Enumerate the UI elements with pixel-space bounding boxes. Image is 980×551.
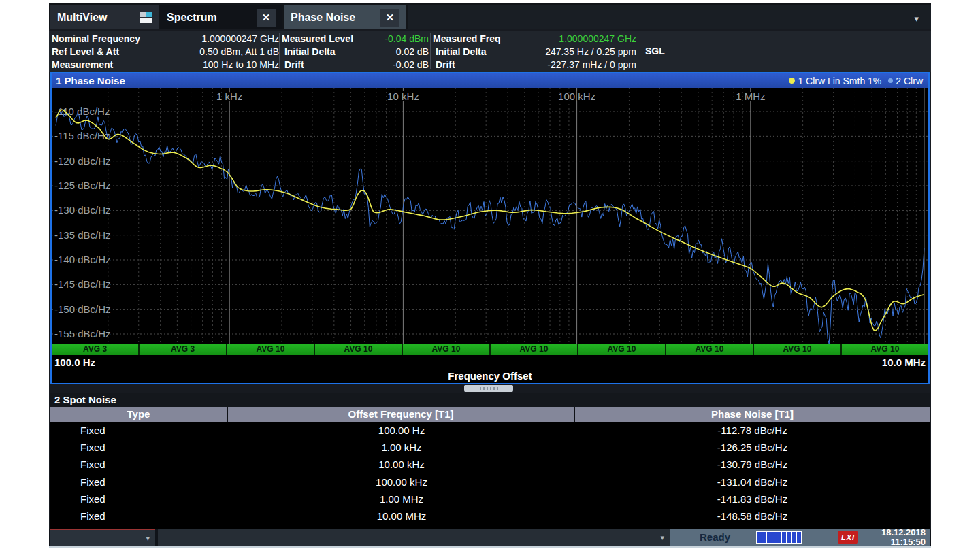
info-row: Drift-227.37 mHz / 0 ppm (433, 59, 636, 71)
info-column-level: Measured Level-0.04 dBm Initial Delta0.0… (282, 33, 429, 71)
avg-segment: AVG 10 (315, 344, 403, 355)
spot-noise-title[interactable]: 2 Spot Noise (50, 393, 930, 407)
progress-segment (787, 532, 791, 543)
progress-segment (782, 532, 786, 543)
average-count-bar: AVG 3AVG 3AVG 10AVG 10AVG 10AVG 10AVG 10… (52, 344, 928, 355)
spot-type-cell: Fixed (50, 490, 228, 507)
multiview-grid-icon (140, 12, 152, 23)
x-axis-start-label: 100.0 Hz (54, 356, 95, 368)
tab-multiview[interactable]: MultiView (50, 5, 159, 29)
info-label: Nominal Frequency (52, 33, 140, 46)
status-right-section: Ready LXI 18.12.2018 11:15:50 (670, 529, 930, 546)
info-row: Measurement100 Hz to 10 MHz (52, 59, 279, 71)
sweep-progress-bar (756, 531, 802, 544)
info-value: 0.50 dBm, Att 1 dB (199, 46, 279, 59)
phase-noise-chart-window: 1 Phase Noise 1 Clrw Lin Smth 1% 2 Clrw … (50, 72, 930, 384)
table-row[interactable]: Fixed100.00 Hz-112.78 dBc/Hz (50, 422, 930, 439)
info-row: Measured Level-0.04 dBm (282, 33, 429, 46)
trace-legend: 1 Clrw Lin Smth 1% 2 Clrw (789, 76, 928, 86)
lxi-indicator-icon: LXI (838, 531, 858, 544)
spot-type-cell: Fixed (50, 439, 228, 456)
table-row[interactable]: Fixed100.00 kHz-131.04 dBc/Hz (50, 473, 930, 490)
progress-segment (792, 532, 796, 543)
y-tick-label: -125 dBc/Hz (54, 180, 111, 191)
phase-noise-plot-svg: -110 dBc/Hz-115 dBc/Hz-120 dBc/Hz-125 dB… (52, 88, 928, 344)
spot-type-cell: Fixed (50, 507, 228, 524)
chart-title: 1 Phase Noise (52, 75, 125, 86)
info-separator (279, 33, 280, 69)
y-tick-label: -130 dBc/Hz (54, 204, 111, 216)
info-column-nominal: Nominal Frequency1.000000247 GHzRef Leve… (52, 33, 279, 71)
trace2-dot-icon (888, 78, 893, 83)
info-value: 1.000000247 GHz (559, 33, 636, 46)
table-row[interactable]: Fixed10.00 MHz-148.58 dBc/Hz (50, 507, 930, 524)
phase-noise-plot-area[interactable]: -110 dBc/Hz-115 dBc/Hz-120 dBc/Hz-125 dB… (52, 88, 928, 344)
info-label: Measurement (52, 59, 113, 71)
spot-type-cell: Fixed (50, 473, 228, 490)
spot-phase-noise-cell: -148.58 dBc/Hz (575, 507, 930, 524)
tab-overflow-chevron-icon[interactable]: ▾ (914, 14, 919, 24)
progress-segment (772, 532, 777, 543)
close-spectrum-tab-icon[interactable]: ✕ (257, 9, 276, 27)
x-decade-label: 1 MHz (736, 90, 765, 102)
avg-segment: AVG 10 (754, 344, 842, 355)
info-row: Nominal Frequency1.000000247 GHz (52, 33, 279, 46)
info-label: Initial Delta (282, 46, 336, 59)
legend-trace1-label: 1 Clrw Lin Smth 1% (798, 76, 881, 86)
single-sweep-badge: SGL (645, 46, 665, 56)
tab-phase-noise-label: Phase Noise (291, 12, 372, 24)
spot-noise-body: Fixed100.00 Hz-112.78 dBc/HzFixed1.00 kH… (50, 422, 930, 524)
status-message-field[interactable]: ▾ (158, 529, 670, 546)
info-separator (430, 33, 431, 69)
table-row[interactable]: Fixed1.00 kHz-126.25 dBc/Hz (50, 439, 930, 456)
info-value: 0.02 dB (396, 46, 429, 59)
window-splitter-handle[interactable] (464, 385, 513, 392)
avg-segment: AVG 10 (403, 344, 491, 355)
info-value: -227.37 mHz / 0 ppm (547, 59, 636, 71)
info-value: 1.000000247 GHz (201, 33, 279, 46)
close-phase-noise-tab-icon[interactable]: ✕ (380, 9, 399, 27)
table-row[interactable]: Fixed1.00 MHz-141.83 dBc/Hz (50, 490, 930, 507)
x-decade-label: 1 kHz (216, 90, 242, 102)
chart-window-header[interactable]: 1 Phase Noise 1 Clrw Lin Smth 1% 2 Clrw (52, 73, 928, 88)
info-label: Drift (433, 59, 455, 71)
info-value: -0.04 dBm (385, 33, 429, 46)
spot-offset-cell: 100.00 Hz (228, 422, 575, 439)
info-row: Initial Delta247.35 Hz / 0.25 ppm (433, 46, 636, 59)
y-tick-label: -135 dBc/Hz (54, 229, 111, 241)
info-label: Drift (282, 59, 304, 71)
info-label: Initial Delta (433, 46, 487, 59)
spot-noise-column-header[interactable]: Offset Frequency [T1] (228, 407, 575, 422)
spot-offset-cell: 1.00 kHz (228, 439, 575, 456)
y-tick-label: -155 dBc/Hz (54, 328, 111, 339)
legend-trace2[interactable]: 2 Clrw (888, 76, 923, 86)
info-row: Initial Delta0.02 dB (282, 46, 429, 59)
tab-phase-noise[interactable]: Phase Noise ✕ (284, 5, 406, 29)
info-value: 247.35 Hz / 0.25 ppm (545, 46, 636, 59)
progress-segment (762, 532, 766, 543)
legend-trace2-label: 2 Clrw (896, 76, 923, 86)
status-dropdown-left[interactable]: ▾ (50, 529, 155, 546)
avg-segment: AVG 10 (227, 344, 315, 355)
tab-bar: MultiView Spectrum ✕ Phase Noise ✕ ▾ (49, 3, 931, 29)
spot-type-cell: Fixed (50, 422, 228, 439)
tab-bar-spacer: ▾ (408, 5, 931, 29)
info-label: Ref Level & Att (52, 46, 119, 59)
avg-segment: AVG 3 (140, 344, 227, 355)
progress-segment (767, 532, 771, 543)
legend-trace1[interactable]: 1 Clrw Lin Smth 1% (789, 76, 881, 86)
ready-status-label: Ready (700, 531, 730, 543)
trace2-raw (56, 111, 924, 344)
x-axis-stop-label: 10.0 MHz (882, 356, 926, 368)
spot-phase-noise-cell: -126.25 dBc/Hz (575, 439, 930, 456)
tab-spectrum-label: Spectrum (167, 12, 248, 24)
table-row[interactable]: Fixed10.00 kHz-130.79 dBc/Hz (50, 456, 930, 473)
y-tick-label: -120 dBc/Hz (54, 155, 111, 167)
spot-noise-column-header[interactable]: Phase Noise [T1] (575, 407, 930, 422)
tab-spectrum[interactable]: Spectrum ✕ (160, 5, 282, 29)
spot-noise-column-header[interactable]: Type (50, 407, 228, 422)
progress-segment (797, 532, 801, 543)
trace1-smoothed (56, 110, 924, 331)
chevron-down-icon: ▾ (146, 534, 150, 543)
avg-segment: AVG 10 (842, 344, 928, 355)
